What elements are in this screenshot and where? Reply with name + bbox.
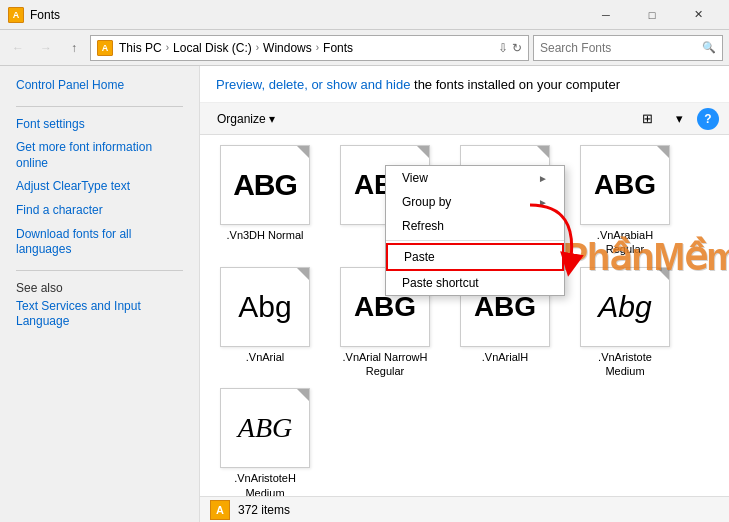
view-dropdown-arrow: ▾	[676, 111, 683, 126]
path-drive: Local Disk (C:)	[173, 41, 252, 55]
up-icon: ↑	[71, 41, 77, 55]
ctx-view[interactable]: View ►	[386, 166, 564, 190]
up-button[interactable]: ↑	[62, 36, 86, 60]
back-icon: ←	[12, 41, 24, 55]
titlebar-controls: ─ □ ✕	[583, 0, 721, 30]
ctx-paste-label: Paste	[404, 250, 435, 264]
sidebar-section-nav: Control Panel Home	[16, 78, 183, 94]
font-icon-vnaristote: Abg	[580, 267, 670, 347]
maximize-button[interactable]: □	[629, 0, 675, 30]
help-button[interactable]: ?	[697, 108, 719, 130]
font-name-vnarialh: .VnArialH	[482, 350, 528, 364]
toolbar: Organize ▾ ⊞ ▾ ?	[200, 103, 729, 135]
sidebar-font-settings[interactable]: Font settings	[16, 117, 183, 133]
path-app-icon: A	[97, 40, 113, 56]
sidebar-divider-1	[16, 106, 183, 107]
sidebar-section-see-also: See also Text Services and Input Languag…	[16, 281, 183, 330]
refresh-icon[interactable]: ⇩	[498, 41, 508, 55]
path-sep3: ›	[316, 42, 319, 53]
font-name-arabiahregular: .VnArabiaHRegular	[597, 228, 653, 257]
fonts-grid-container: ThủThuậtPhầnMềm.vn ABG .Vn3DH Normal ABG…	[200, 135, 729, 496]
sidebar-section-links: Font settings Get more font information …	[16, 117, 183, 258]
font-item-vnaristoteh[interactable]: ABG .VnAristoteHMedium	[210, 388, 320, 496]
ctx-view-arrow: ►	[538, 173, 548, 184]
ctx-view-label: View	[402, 171, 428, 185]
view-dropdown-button[interactable]: ▾	[665, 108, 693, 130]
font-icon-vnaristoteh: ABG	[220, 388, 310, 468]
forward-button[interactable]: →	[34, 36, 58, 60]
font-icon-vnarial: Abg	[220, 267, 310, 347]
ctx-groupby-arrow: ►	[538, 197, 548, 208]
font-icon-arabiahregular: ABG	[580, 145, 670, 225]
header-info: Preview, delete, or show and hide the fo…	[200, 66, 729, 103]
header-text2: hide	[386, 77, 411, 92]
view-button[interactable]: ⊞	[633, 108, 661, 130]
addressbar: ← → ↑ A This PC › Local Disk (C:) › Wind…	[0, 30, 729, 66]
path-fonts: Fonts	[323, 41, 353, 55]
font-name-vn3dh: .Vn3DH Normal	[226, 228, 303, 242]
path-sep2: ›	[256, 42, 259, 53]
header-description: Preview, delete, or show and hide the fo…	[216, 76, 713, 94]
forward-icon: →	[40, 41, 52, 55]
titlebar-app-icon: A	[8, 7, 24, 23]
organize-button[interactable]: Organize ▾	[210, 109, 282, 129]
statusbar-icon: A	[210, 500, 230, 520]
ctx-divider	[386, 240, 564, 241]
sidebar-get-more-font[interactable]: Get more font information online	[16, 140, 183, 171]
search-input[interactable]	[540, 41, 702, 55]
refresh-button[interactable]: ↻	[512, 41, 522, 55]
font-name-vnaristote: .VnAristoteMedium	[598, 350, 652, 379]
sidebar-divider-2	[16, 270, 183, 271]
titlebar-left: A Fonts	[8, 7, 60, 23]
back-button[interactable]: ←	[6, 36, 30, 60]
ctx-refresh[interactable]: Refresh	[386, 214, 564, 238]
ctx-groupby[interactable]: Group by ►	[386, 190, 564, 214]
path-sep1: ›	[166, 42, 169, 53]
statusbar-count: 372 items	[238, 503, 290, 517]
font-name-vnarial: .VnArial	[246, 350, 285, 364]
font-name-vnarialnarrowh: .VnArial NarrowHRegular	[343, 350, 428, 379]
font-icon-vn3dh: ABG	[220, 145, 310, 225]
font-item-vn3dh[interactable]: ABG .Vn3DH Normal	[210, 145, 320, 257]
organize-chevron: ▾	[269, 112, 275, 126]
path-text: This PC	[119, 41, 162, 55]
font-name-vnaristoteh: .VnAristoteHMedium	[234, 471, 296, 496]
see-also-heading: See also	[16, 281, 183, 295]
sidebar-control-panel-home[interactable]: Control Panel Home	[16, 78, 183, 94]
sidebar-find-character[interactable]: Find a character	[16, 203, 183, 219]
ctx-paste[interactable]: Paste	[386, 243, 564, 271]
header-text1: Preview, delete, or show and	[216, 77, 386, 92]
ctx-paste-shortcut-label: Paste shortcut	[402, 276, 479, 290]
ctx-groupby-label: Group by	[402, 195, 451, 209]
path-windows: Windows	[263, 41, 312, 55]
header-text3: the fonts installed on your computer	[410, 77, 620, 92]
font-item-vnarial[interactable]: Abg .VnArial	[210, 267, 320, 379]
ctx-paste-shortcut[interactable]: Paste shortcut	[386, 271, 564, 295]
sidebar-download-fonts[interactable]: Download fonts for all languages	[16, 227, 183, 258]
sidebar: Control Panel Home Font settings Get mor…	[0, 66, 200, 522]
content-area: Preview, delete, or show and hide the fo…	[200, 66, 729, 522]
context-menu: View ► Group by ► Refresh Paste Paste sh…	[385, 165, 565, 296]
main-layout: Control Panel Home Font settings Get mor…	[0, 66, 729, 522]
minimize-button[interactable]: ─	[583, 0, 629, 30]
ctx-refresh-label: Refresh	[402, 219, 444, 233]
organize-label: Organize	[217, 112, 266, 126]
titlebar: A Fonts ─ □ ✕	[0, 0, 729, 30]
search-box[interactable]: 🔍	[533, 35, 723, 61]
statusbar: A 372 items	[200, 496, 729, 522]
sidebar-adjust-cleartype[interactable]: Adjust ClearType text	[16, 179, 183, 195]
search-icon[interactable]: 🔍	[702, 41, 716, 54]
font-item-vnaristote[interactable]: Abg .VnAristoteMedium	[570, 267, 680, 379]
font-item-arabiahregular[interactable]: ABG .VnArabiaHRegular	[570, 145, 680, 257]
titlebar-title: Fonts	[30, 8, 60, 22]
sidebar-text-services[interactable]: Text Services and Input Language	[16, 299, 183, 330]
view-icon: ⊞	[642, 111, 653, 126]
close-button[interactable]: ✕	[675, 0, 721, 30]
help-icon: ?	[704, 112, 711, 126]
address-path[interactable]: A This PC › Local Disk (C:) › Windows › …	[90, 35, 529, 61]
